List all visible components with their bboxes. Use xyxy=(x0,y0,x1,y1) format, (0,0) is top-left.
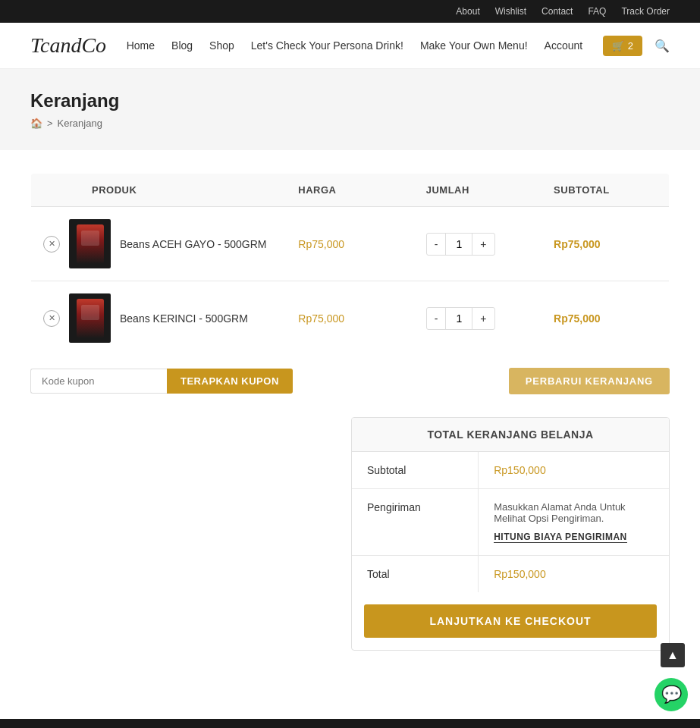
totals-total-row: Total Rp150,000 xyxy=(352,556,669,592)
col-header-jumlah: JUMLAH xyxy=(414,174,541,207)
cart-totals-box: TOTAL KERANJANG BELANJA Subtotal Rp150,0… xyxy=(351,417,670,651)
remove-item-1[interactable]: ✕ xyxy=(43,236,60,253)
cart-icon: 🛒 xyxy=(612,40,624,52)
cart-actions: TERAPKAN KUPON PERBARUI KERANJANG xyxy=(30,368,670,394)
qty-input-1[interactable] xyxy=(445,234,472,255)
search-icon: 🔍 xyxy=(654,39,670,52)
product-price-2: Rp75,000 xyxy=(286,281,413,356)
header: TcandCo Home Blog Shop Let's Check Your … xyxy=(0,23,700,69)
nav-blog[interactable]: Blog xyxy=(171,39,193,52)
product-image-1 xyxy=(69,219,111,268)
main-nav: Home Blog Shop Let's Check Your Persona … xyxy=(127,39,582,52)
breadcrumb-current: Keranjang xyxy=(58,118,102,129)
nav-menu[interactable]: Make Your Own Menu! xyxy=(420,39,528,52)
total-value: Rp150,000 xyxy=(479,556,669,592)
col-header-produk: PRODUK xyxy=(31,174,287,207)
shipping-desc: Masukkan Alamat Anda Untuk Melihat Opsi … xyxy=(494,501,654,524)
main-content: PRODUK HARGA JUMLAH SUBTOTAL ✕ Beans ACE… xyxy=(0,150,700,673)
nav-shop[interactable]: Shop xyxy=(209,39,234,52)
shipping-label: Pengiriman xyxy=(352,489,479,555)
whatsapp-icon: 💬 xyxy=(661,685,682,704)
product-subtotal-2: Rp75,000 xyxy=(541,281,669,356)
nav-persona[interactable]: Let's Check Your Persona Drink! xyxy=(251,39,403,52)
coupon-input[interactable] xyxy=(30,369,167,394)
cart-count: 2 xyxy=(628,40,633,52)
totals-shipping-row: Pengiriman Masukkan Alamat Anda Untuk Me… xyxy=(352,489,669,556)
product-cell-1: ✕ Beans ACEH GAYO - 500GRM xyxy=(31,207,287,281)
product-price-1: Rp75,000 xyxy=(286,207,413,281)
product-qty-1: - + xyxy=(414,207,541,281)
col-header-subtotal: SUBTOTAL xyxy=(541,174,669,207)
back-to-top-button[interactable]: ▲ xyxy=(661,643,685,667)
apply-coupon-button[interactable]: TERAPKAN KUPON xyxy=(167,369,293,394)
qty-input-2[interactable] xyxy=(445,308,472,329)
table-row: ✕ Beans ACEH GAYO - 500GRM Rp75,000 - + xyxy=(31,207,670,281)
breadcrumb-sep: > xyxy=(47,118,53,129)
product-cell-2: ✕ Beans KERINCI - 500GRM xyxy=(31,281,287,356)
header-icons: 🛒 2 🔍 xyxy=(603,36,670,56)
cart-totals-section: TOTAL KERANJANG BELANJA Subtotal Rp150,0… xyxy=(30,417,670,651)
topbar-about[interactable]: About xyxy=(456,6,479,17)
nav-home[interactable]: Home xyxy=(127,39,155,52)
checkout-button[interactable]: LANJUTKAN KE CHECKOUT xyxy=(364,604,657,638)
breadcrumb-section: Keranjang 🏠 > Keranjang xyxy=(0,69,700,150)
topbar-faq[interactable]: FAQ xyxy=(588,6,606,17)
total-label: Total xyxy=(352,556,479,592)
subtotal-value: Rp150,000 xyxy=(479,452,669,488)
product-subtotal-1: Rp75,000 xyxy=(541,207,669,281)
table-row: ✕ Beans KERINCI - 500GRM Rp75,000 - + xyxy=(31,281,670,356)
qty-plus-1[interactable]: + xyxy=(472,234,494,255)
cart-table: PRODUK HARGA JUMLAH SUBTOTAL ✕ Beans ACE… xyxy=(30,173,670,356)
shipping-value: Masukkan Alamat Anda Untuk Melihat Opsi … xyxy=(479,489,669,555)
update-cart-button[interactable]: PERBARUI KERANJANG xyxy=(509,368,670,394)
remove-item-2[interactable]: ✕ xyxy=(43,310,60,327)
topbar-wishlist[interactable]: Wishlist xyxy=(495,6,526,17)
product-qty-2: - + xyxy=(414,281,541,356)
topbar-trackorder[interactable]: Track Order xyxy=(621,6,670,17)
col-header-harga: HARGA xyxy=(286,174,413,207)
nav-account[interactable]: Account xyxy=(545,39,583,52)
product-image-2 xyxy=(69,293,111,343)
site-logo[interactable]: TcandCo xyxy=(30,33,106,58)
shipping-calculator-link[interactable]: HITUNG BIAYA PENGIRIMAN xyxy=(494,532,627,543)
search-button[interactable]: 🔍 xyxy=(654,39,670,53)
breadcrumb-home[interactable]: 🏠 xyxy=(30,118,42,129)
qty-minus-2[interactable]: - xyxy=(427,308,446,329)
totals-header: TOTAL KERANJANG BELANJA xyxy=(352,418,669,452)
totals-subtotal-row: Subtotal Rp150,000 xyxy=(352,452,669,489)
qty-minus-1[interactable]: - xyxy=(427,234,446,255)
topbar: About Wishlist Contact FAQ Track Order xyxy=(0,0,700,23)
page-title: Keranjang xyxy=(30,90,670,111)
coupon-area: TERAPKAN KUPON xyxy=(30,369,293,394)
subtotal-label: Subtotal xyxy=(352,452,479,488)
footer: About Us Teandco berdiri pada tahun 2022… xyxy=(0,719,700,728)
qty-plus-2[interactable]: + xyxy=(472,308,494,329)
product-name-1: Beans ACEH GAYO - 500GRM xyxy=(120,238,266,250)
cart-button[interactable]: 🛒 2 xyxy=(603,36,642,56)
topbar-contact[interactable]: Contact xyxy=(541,6,573,17)
breadcrumb: 🏠 > Keranjang xyxy=(30,118,670,129)
product-name-2: Beans KERINCI - 500GRM xyxy=(120,312,248,325)
whatsapp-button[interactable]: 💬 xyxy=(654,678,688,711)
